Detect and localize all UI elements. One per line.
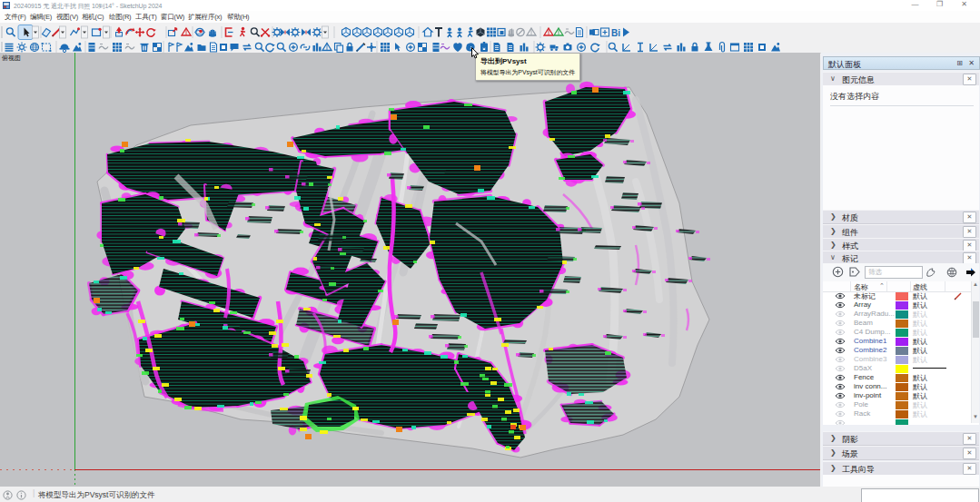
svg-text:俯视图: 俯视图 xyxy=(2,54,21,62)
svg-text:Bi: Bi xyxy=(611,28,620,38)
